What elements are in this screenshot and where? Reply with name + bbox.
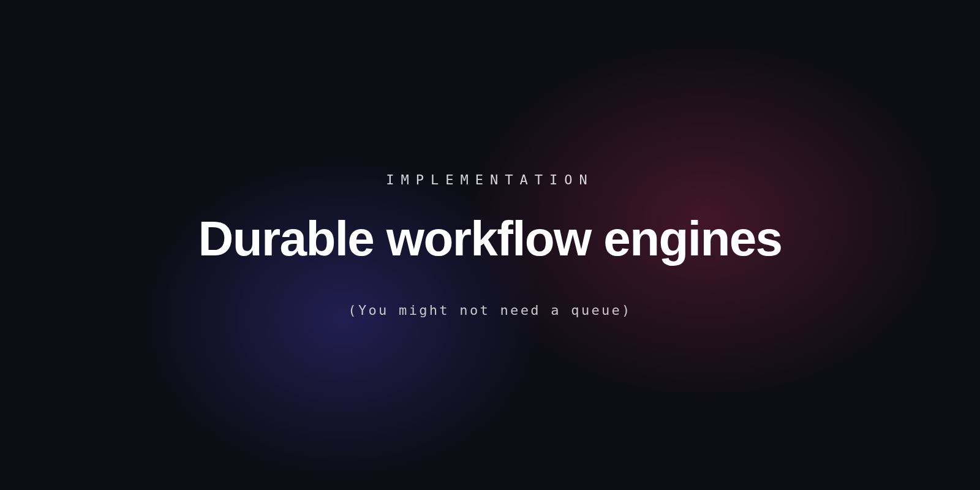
page-title: Durable workflow engines	[198, 212, 782, 266]
eyebrow-label: IMPLEMENTATION	[386, 172, 594, 187]
subtitle-text: (You might not need a queue)	[348, 303, 631, 318]
hero-content: IMPLEMENTATION Durable workflow engines …	[0, 0, 980, 490]
